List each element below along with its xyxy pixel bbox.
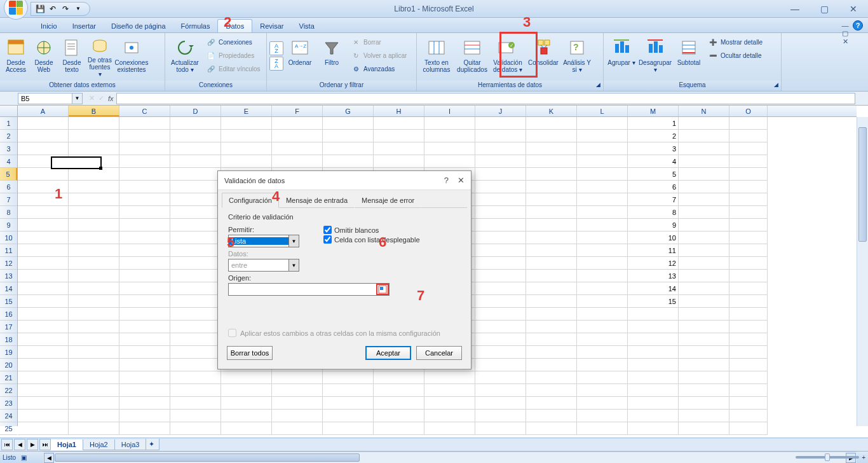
cell-N10[interactable] xyxy=(679,232,729,244)
mostrar-detalle-button[interactable]: ➕Mostrar detalle xyxy=(705,36,765,48)
col-header-G[interactable]: G xyxy=(323,106,374,116)
cell-G23[interactable] xyxy=(323,397,374,410)
actualizar-todo-button[interactable]: Actualizar todo ▾ xyxy=(168,34,202,78)
cell-G4[interactable] xyxy=(323,155,374,168)
cell-D8[interactable] xyxy=(170,206,221,219)
row-header-10[interactable]: 10 xyxy=(0,232,17,244)
cell-M18[interactable] xyxy=(628,333,679,346)
cancel-formula-icon[interactable]: ✕ xyxy=(89,94,95,102)
cell-B11[interactable] xyxy=(69,244,119,257)
cell-B19[interactable] xyxy=(69,346,119,359)
cell-L23[interactable] xyxy=(577,397,628,410)
cell-G21[interactable] xyxy=(323,371,374,384)
cell-L9[interactable] xyxy=(577,219,628,232)
cell-J2[interactable] xyxy=(475,130,526,142)
cell-H23[interactable] xyxy=(374,397,424,410)
tab-vista[interactable]: Vista xyxy=(292,20,322,32)
macro-record-icon[interactable]: ▣ xyxy=(21,454,27,461)
col-header-I[interactable]: I xyxy=(424,106,475,116)
cell-D19[interactable] xyxy=(170,346,221,359)
cell-J1[interactable] xyxy=(475,117,526,130)
cell-M3[interactable]: 3 xyxy=(628,142,679,155)
col-header-H[interactable]: H xyxy=(374,106,424,116)
cell-N2[interactable] xyxy=(679,130,729,142)
cell-C13[interactable] xyxy=(119,270,170,282)
cell-O2[interactable] xyxy=(729,130,768,142)
cell-J3[interactable] xyxy=(475,142,526,155)
row-header-12[interactable]: 12 xyxy=(0,257,17,270)
row-header-21[interactable]: 21 xyxy=(0,371,17,384)
borrar-filtro-button[interactable]: ✕Borrar xyxy=(348,36,409,48)
cell-J8[interactable] xyxy=(475,206,526,219)
cell-M15[interactable]: 15 xyxy=(628,295,679,308)
cell-J11[interactable] xyxy=(475,244,526,257)
cell-C24[interactable] xyxy=(119,410,170,422)
cell-J20[interactable] xyxy=(475,359,526,371)
dialog-tab-mensaje-error[interactable]: Mensaje de error xyxy=(355,193,421,208)
cell-E4[interactable] xyxy=(221,155,272,168)
cell-L7[interactable] xyxy=(577,193,628,206)
cell-E21[interactable] xyxy=(221,371,272,384)
cell-G2[interactable] xyxy=(323,130,374,142)
cell-H3[interactable] xyxy=(374,142,424,155)
cell-K9[interactable] xyxy=(526,219,577,232)
save-icon[interactable]: 💾 xyxy=(35,4,45,14)
cell-N14[interactable] xyxy=(679,282,729,295)
sheet-nav-first[interactable]: ⏮ xyxy=(1,439,13,450)
fx-icon[interactable]: fx xyxy=(108,95,114,102)
cell-O7[interactable] xyxy=(729,193,768,206)
cell-B3[interactable] xyxy=(69,142,119,155)
cell-L22[interactable] xyxy=(577,384,628,397)
cell-O14[interactable] xyxy=(729,282,768,295)
cell-A24[interactable] xyxy=(18,410,69,422)
cell-E22[interactable] xyxy=(221,384,272,397)
cell-H4[interactable] xyxy=(374,155,424,168)
cell-A18[interactable] xyxy=(18,333,69,346)
zoom-in-button[interactable]: + xyxy=(862,454,865,461)
cell-L11[interactable] xyxy=(577,244,628,257)
cell-C16[interactable] xyxy=(119,308,170,321)
cell-B14[interactable] xyxy=(69,282,119,295)
name-box[interactable]: B5▼ xyxy=(18,93,83,104)
cell-O20[interactable] xyxy=(729,359,768,371)
dialog-close-icon[interactable]: ✕ xyxy=(458,176,465,185)
row-header-2[interactable]: 2 xyxy=(0,130,17,142)
col-header-B[interactable]: B xyxy=(69,106,119,116)
cell-C6[interactable] xyxy=(119,181,170,193)
cell-L25[interactable] xyxy=(577,422,628,435)
cell-K7[interactable] xyxy=(526,193,577,206)
cell-I24[interactable] xyxy=(424,410,475,422)
cell-B4[interactable] xyxy=(69,155,119,168)
cell-C10[interactable] xyxy=(119,232,170,244)
cell-M7[interactable]: 7 xyxy=(628,193,679,206)
row-header-20[interactable]: 20 xyxy=(0,359,17,371)
cell-E23[interactable] xyxy=(221,397,272,410)
cell-H24[interactable] xyxy=(374,410,424,422)
desde-texto-button[interactable]: Desde texto xyxy=(58,34,85,78)
vertical-scrollbar[interactable] xyxy=(857,117,868,426)
cell-E24[interactable] xyxy=(221,410,272,422)
cell-D2[interactable] xyxy=(170,130,221,142)
minimize-button[interactable]: — xyxy=(780,0,810,18)
cell-L21[interactable] xyxy=(577,371,628,384)
cell-C15[interactable] xyxy=(119,295,170,308)
omitir-blancos-checkbox[interactable]: Omitir blancos xyxy=(323,226,420,234)
cell-O8[interactable] xyxy=(729,206,768,219)
row-header-1[interactable]: 1 xyxy=(0,117,17,130)
ordenar-button[interactable]: A→ZOrdenar xyxy=(285,34,315,78)
cell-M16[interactable] xyxy=(628,308,679,321)
cell-D16[interactable] xyxy=(170,308,221,321)
cell-J14[interactable] xyxy=(475,282,526,295)
cell-G24[interactable] xyxy=(323,410,374,422)
cell-B23[interactable] xyxy=(69,397,119,410)
cell-C14[interactable] xyxy=(119,282,170,295)
cell-N7[interactable] xyxy=(679,193,729,206)
cell-C4[interactable] xyxy=(119,155,170,168)
cell-G1[interactable] xyxy=(323,117,374,130)
cell-C17[interactable] xyxy=(119,321,170,333)
cell-O9[interactable] xyxy=(729,219,768,232)
cell-M21[interactable] xyxy=(628,371,679,384)
cell-D18[interactable] xyxy=(170,333,221,346)
dialog-tab-configuracion[interactable]: Configuración xyxy=(222,193,279,208)
tab-insertar[interactable]: Insertar xyxy=(65,20,104,32)
